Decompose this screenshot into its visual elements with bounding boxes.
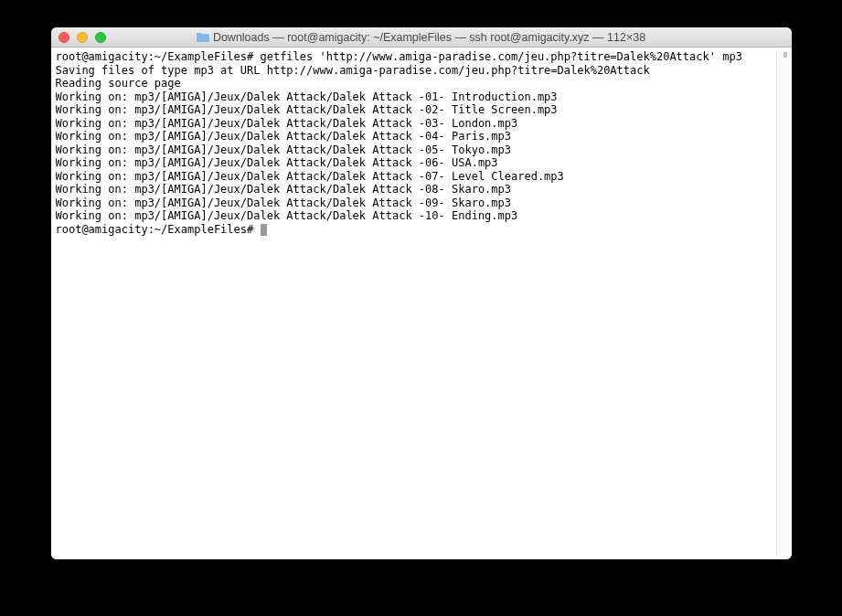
- terminal-line: Working on: mp3/[AMIGA]/Jeux/Dalek Attac…: [56, 103, 776, 117]
- maximize-button[interactable]: [95, 32, 106, 43]
- folder-icon: [197, 32, 209, 42]
- minimize-button[interactable]: [77, 32, 88, 43]
- terminal-line: Working on: mp3/[AMIGA]/Jeux/Dalek Attac…: [56, 143, 776, 157]
- terminal-line: Working on: mp3/[AMIGA]/Jeux/Dalek Attac…: [56, 90, 776, 104]
- title-wrap: Downloads — root@amigacity: ~/ExampleFil…: [51, 31, 792, 44]
- close-button[interactable]: [59, 32, 69, 43]
- terminal-line: Working on: mp3/[AMIGA]/Jeux/Dalek Attac…: [56, 196, 776, 210]
- terminal-line: root@amigacity:~/ExampleFiles# getfiles …: [56, 50, 776, 64]
- scrollbar[interactable]: [776, 50, 790, 557]
- terminal-line: Working on: mp3/[AMIGA]/Jeux/Dalek Attac…: [56, 183, 776, 196]
- terminal-line: Working on: mp3/[AMIGA]/Jeux/Dalek Attac…: [56, 156, 776, 170]
- scroll-marker: [783, 52, 787, 58]
- prompt: root@amigacity:~/ExampleFiles#: [56, 223, 261, 236]
- terminal-body[interactable]: root@amigacity:~/ExampleFiles# getfiles …: [51, 48, 792, 559]
- terminal-line: Saving files of type mp3 at URL http://w…: [56, 64, 776, 78]
- window-title: Downloads — root@amigacity: ~/ExampleFil…: [213, 31, 645, 44]
- traffic-lights: [59, 32, 106, 43]
- titlebar[interactable]: Downloads — root@amigacity: ~/ExampleFil…: [51, 27, 792, 48]
- terminal-window: Downloads — root@amigacity: ~/ExampleFil…: [51, 27, 792, 559]
- terminal-line: Working on: mp3/[AMIGA]/Jeux/Dalek Attac…: [56, 130, 776, 143]
- terminal-line: Working on: mp3/[AMIGA]/Jeux/Dalek Attac…: [56, 170, 776, 184]
- terminal-content[interactable]: root@amigacity:~/ExampleFiles# getfiles …: [56, 50, 776, 557]
- terminal-line: Working on: mp3/[AMIGA]/Jeux/Dalek Attac…: [56, 209, 776, 223]
- terminal-line: Working on: mp3/[AMIGA]/Jeux/Dalek Attac…: [56, 117, 776, 131]
- cursor: [261, 224, 267, 236]
- terminal-line: Reading source page: [56, 77, 776, 90]
